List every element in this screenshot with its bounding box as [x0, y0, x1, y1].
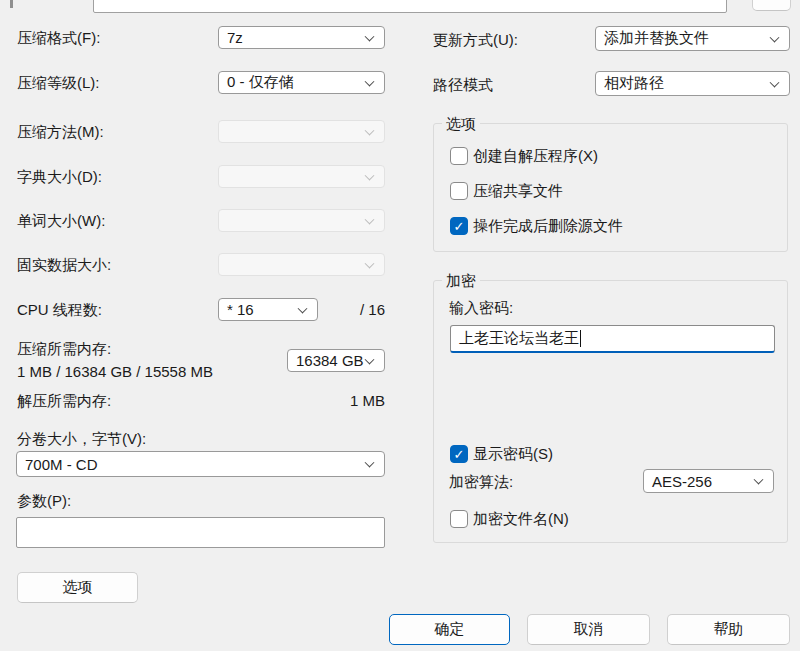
parameters-input[interactable] — [16, 517, 385, 548]
checkbox-encrypt-names[interactable]: 加密文件名(N) — [450, 510, 569, 528]
encryption-method-label: 加密算法: — [449, 471, 513, 493]
update-mode-label: 更新方式(U): — [433, 29, 518, 51]
word-size-label: 单词大小(W): — [17, 210, 105, 232]
memory-compress-label: 压缩所需内存: — [17, 338, 111, 360]
chevron-down-icon — [365, 354, 375, 364]
check-icon: ✓ — [454, 448, 465, 461]
update-mode-combobox[interactable]: 添加并替换文件 — [595, 26, 790, 51]
checkbox-show-password-label: 显示密码(S) — [473, 445, 553, 463]
memory-decompress-label: 解压所需内存: — [17, 390, 111, 412]
path-mode-label: 路径模式 — [433, 74, 493, 96]
memory-decompress-value: 1 MB — [320, 390, 385, 412]
chevron-down-icon — [365, 125, 375, 135]
cpu-threads-label: CPU 线程数: — [17, 299, 102, 321]
archive-name-input[interactable] — [93, 0, 727, 13]
solid-block-label: 固实数据大小: — [17, 254, 111, 276]
format-value: 7z — [227, 29, 243, 46]
cpu-threads-max: / 16 — [340, 299, 385, 321]
password-value: 上老王论坛当老王 — [459, 329, 579, 348]
chevron-down-icon — [770, 32, 780, 42]
encryption-method-combobox[interactable]: AES-256 — [643, 469, 774, 493]
update-mode-value: 添加并替换文件 — [604, 29, 709, 48]
volume-size-value: 700M - CD — [25, 456, 98, 473]
chevron-down-icon — [365, 458, 375, 468]
method-label: 压缩方法(M): — [17, 121, 104, 143]
parameters-label: 参数(P): — [17, 490, 71, 512]
options-button[interactable]: 选项 — [17, 572, 138, 603]
chevron-down-icon — [770, 77, 780, 87]
cancel-button-label: 取消 — [574, 620, 604, 639]
volume-size-combobox[interactable]: 700M - CD — [16, 451, 385, 477]
ok-button-label: 确定 — [435, 620, 465, 639]
volume-size-label: 分卷大小，字节(V): — [17, 428, 146, 450]
options-group-title: 选项 — [442, 114, 480, 134]
checkbox-box[interactable] — [450, 510, 468, 528]
chevron-down-icon — [365, 214, 375, 224]
memory-compress-value: 16384 GB — [296, 352, 364, 369]
checkbox-delete-after[interactable]: ✓ 操作完成后删除源文件 — [450, 217, 623, 235]
level-value: 0 - 仅存储 — [227, 73, 294, 92]
cpu-threads-value: * 16 — [227, 301, 254, 318]
path-mode-value: 相对路径 — [604, 74, 664, 93]
ok-button[interactable]: 确定 — [389, 614, 510, 645]
help-button[interactable]: 帮助 — [667, 614, 790, 645]
dictionary-label: 字典大小(D): — [17, 166, 102, 188]
solid-block-combobox — [218, 253, 385, 276]
memory-compress-detail: 1 MB / 16384 GB / 15558 MB — [17, 361, 213, 383]
help-button-label: 帮助 — [714, 620, 744, 639]
checkbox-shared-files-label: 压缩共享文件 — [473, 182, 563, 200]
cutoff-icon — [10, 0, 13, 8]
checkbox-encrypt-names-label: 加密文件名(N) — [473, 510, 569, 528]
checkbox-create-sfx[interactable]: 创建自解压程序(X) — [450, 147, 598, 165]
level-label: 压缩等级(L): — [17, 72, 100, 94]
text-cursor — [580, 330, 581, 347]
method-combobox — [218, 120, 385, 143]
checkbox-box[interactable] — [450, 147, 468, 165]
format-combobox[interactable]: 7z — [218, 26, 385, 49]
memory-compress-combobox[interactable]: 16384 GB — [287, 349, 385, 372]
check-icon: ✓ — [454, 220, 465, 233]
password-label: 输入密码: — [449, 297, 513, 319]
chevron-down-icon — [754, 475, 764, 485]
chevron-down-icon — [365, 258, 375, 268]
cpu-threads-combobox[interactable]: * 16 — [218, 298, 318, 321]
chevron-down-icon — [298, 303, 308, 313]
chevron-down-icon — [365, 170, 375, 180]
browse-button[interactable] — [752, 0, 791, 11]
encryption-group-title: 加密 — [442, 271, 480, 291]
encryption-group: 加密 — [433, 280, 788, 543]
chevron-down-icon — [365, 76, 375, 86]
checkbox-box[interactable]: ✓ — [450, 445, 468, 463]
chevron-down-icon — [365, 31, 375, 41]
word-size-combobox — [218, 209, 385, 232]
checkbox-delete-after-label: 操作完成后删除源文件 — [473, 217, 623, 235]
level-combobox[interactable]: 0 - 仅存储 — [218, 71, 385, 94]
checkbox-show-password[interactable]: ✓ 显示密码(S) — [450, 445, 553, 463]
checkbox-shared-files[interactable]: 压缩共享文件 — [450, 182, 563, 200]
encryption-method-value: AES-256 — [652, 473, 712, 490]
cancel-button[interactable]: 取消 — [527, 614, 650, 645]
checkbox-create-sfx-label: 创建自解压程序(X) — [473, 147, 598, 165]
password-input[interactable]: 上老王论坛当老王 — [450, 325, 775, 353]
dictionary-combobox — [218, 165, 385, 188]
options-button-label: 选项 — [63, 578, 93, 597]
path-mode-combobox[interactable]: 相对路径 — [595, 71, 790, 96]
checkbox-box[interactable] — [450, 182, 468, 200]
format-label: 压缩格式(F): — [17, 27, 100, 49]
checkbox-box[interactable]: ✓ — [450, 217, 468, 235]
